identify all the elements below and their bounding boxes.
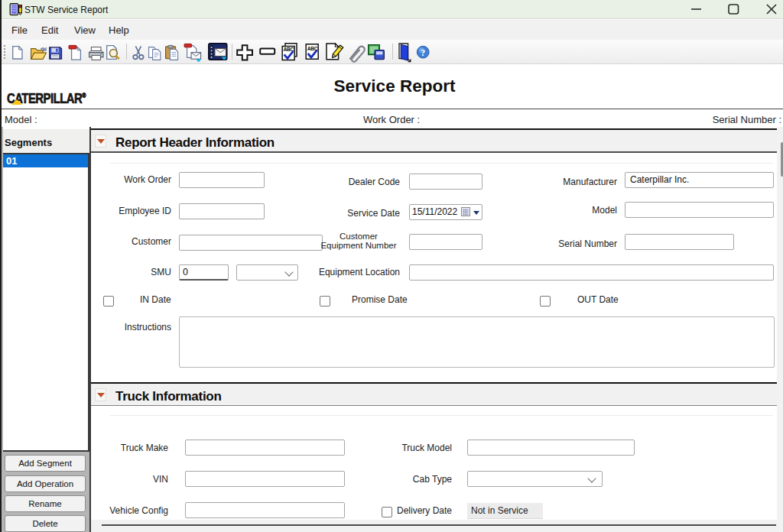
svg-text:?: ? bbox=[421, 47, 425, 58]
